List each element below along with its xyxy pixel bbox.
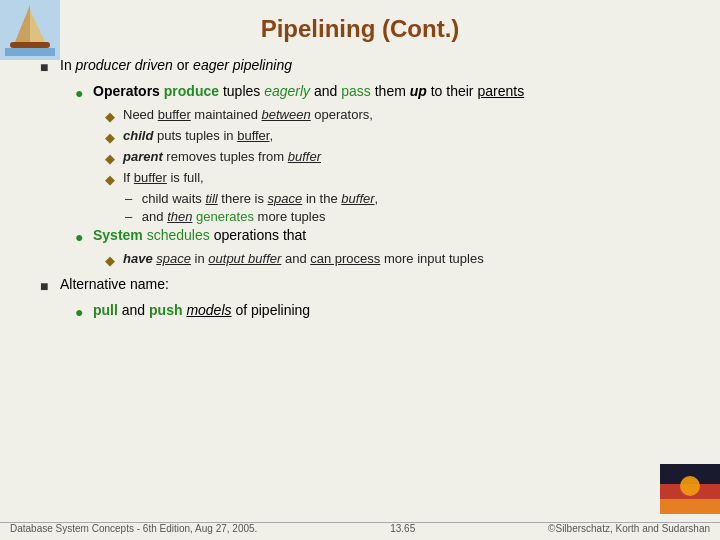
text-buffer-removes: buffer (288, 149, 321, 164)
text-up: up (410, 83, 427, 99)
footer-right: ©Silberschatz, Korth and Sudarshan (548, 523, 710, 534)
text-to-their: to their (431, 83, 478, 99)
text-operations: operations that (214, 227, 307, 243)
text-buffer-puts: buffer (237, 128, 269, 143)
slide-title: Pipelining (Cont.) (30, 15, 690, 43)
text-or: or (173, 57, 193, 73)
text-them-up: them (375, 83, 410, 99)
level2-bullet-operators: ● (75, 85, 85, 101)
footer-center: 13.65 (390, 523, 415, 534)
level3-text-child: child puts tuples in buffer, (123, 128, 273, 143)
text-system: System (93, 227, 143, 243)
level3-text-have: have space in output buffer and can proc… (123, 251, 484, 266)
text-buffer-if: buffer (134, 170, 167, 185)
text-and: and (314, 83, 341, 99)
text-have: have (123, 251, 153, 266)
text-push: push (149, 302, 182, 318)
text-removes: removes tuples from (163, 149, 288, 164)
level1-alternative: ■ Alternative name: (40, 276, 690, 294)
level3-need-buffer: ◆ Need buffer maintained between operato… (105, 107, 690, 124)
dash-1: – (125, 191, 132, 206)
text-models: models (186, 302, 231, 318)
text-there-is: there is (218, 191, 268, 206)
slide: Pipelining (Cont.) ■ In producer driven … (0, 0, 720, 540)
text-of-pipelining: of pipelining (235, 302, 310, 318)
text-and2: and (142, 209, 167, 224)
level2-text-system: System schedules operations that (93, 227, 306, 243)
level1-bullet-2: ■ (40, 278, 52, 294)
text-child: child (123, 128, 153, 143)
svg-rect-7 (660, 499, 720, 514)
text-more-tuples: more tuples (254, 209, 326, 224)
text-is-full: is full, (167, 170, 204, 185)
text-eagerly: eagerly (264, 83, 310, 99)
level3-bullet-if: ◆ (105, 172, 115, 187)
svg-point-8 (680, 476, 700, 496)
text-buffer-waits: buffer (341, 191, 374, 206)
text-parents: parents (477, 83, 524, 99)
level3-bullet-parent: ◆ (105, 151, 115, 166)
text-between: between (262, 107, 311, 122)
level3-bullet-have: ◆ (105, 253, 115, 268)
text-pull: pull (93, 302, 118, 318)
text-till: till (205, 191, 217, 206)
level2-bullet-system: ● (75, 229, 85, 245)
level3-text-parent: parent removes tuples from buffer (123, 149, 321, 164)
subline-and-then: – and then generates more tuples (125, 209, 690, 224)
text-if: If (123, 170, 134, 185)
text-space-word: space (156, 251, 191, 266)
text-produce: produce (164, 83, 219, 99)
text-space: space (268, 191, 303, 206)
level1-text-1: In producer driven or eager pipelining (60, 57, 292, 73)
text-child-waits: child waits (142, 191, 206, 206)
level2-bullet-pull: ● (75, 304, 85, 320)
text-generates: generates (196, 209, 254, 224)
level3-bullet-need: ◆ (105, 109, 115, 124)
svg-rect-3 (10, 42, 50, 48)
level2-system: ● System schedules operations that (75, 227, 690, 245)
text-operators-comma: operators, (311, 107, 373, 122)
level3-text-need: Need buffer maintained between operators… (123, 107, 373, 122)
level3-text-if: If buffer is full, (123, 170, 204, 185)
footer: Database System Concepts - 6th Edition, … (0, 522, 720, 534)
level2-text-pull: pull and push models of pipelining (93, 302, 310, 318)
text-output-buffer: output buffer (208, 251, 281, 266)
text-buffer-need: buffer (158, 107, 191, 122)
text-then: then (167, 209, 192, 224)
top-left-decoration (0, 0, 60, 60)
level1-bullet-1: ■ (40, 59, 52, 75)
text-comma2: , (375, 191, 379, 206)
text-schedules: schedules (147, 227, 210, 243)
level2-pull-push: ● pull and push models of pipelining (75, 302, 690, 320)
text-tuples: tuples (223, 83, 264, 99)
level3-have-space: ◆ have space in output buffer and can pr… (105, 251, 690, 268)
level2-operators: ● Operators produce tuples eagerly and p… (75, 83, 690, 101)
text-puts: puts tuples in (153, 128, 237, 143)
level3-parent-removes: ◆ parent removes tuples from buffer (105, 149, 690, 166)
dash-2: – (125, 209, 132, 224)
text-parent: parent (123, 149, 163, 164)
text-can-process: can process (310, 251, 380, 266)
bottom-right-decoration (660, 464, 720, 514)
level1-item-1: ■ In producer driven or eager pipelining (40, 57, 690, 75)
text-producer-driven: producer driven (76, 57, 173, 73)
level2-text-operators: Operators produce tuples eagerly and pas… (93, 83, 524, 99)
level1-text-alternative: Alternative name: (60, 276, 169, 292)
text-comma: , (269, 128, 273, 143)
text-operators: Operators (93, 83, 160, 99)
level3-if-buffer: ◆ If buffer is full, (105, 170, 690, 187)
svg-rect-4 (5, 48, 55, 56)
text-alternative: Alternative name: (60, 276, 169, 292)
text-and4: and (122, 302, 149, 318)
text-and3: and (281, 251, 310, 266)
level3-child-puts: ◆ child puts tuples in buffer, (105, 128, 690, 145)
text-pass: pass (341, 83, 371, 99)
slide-content: ■ In producer driven or eager pipelining… (30, 57, 690, 320)
footer-left: Database System Concepts - 6th Edition, … (10, 523, 257, 534)
text-more-input: more input tuples (380, 251, 483, 266)
text-in-the: in the (302, 191, 341, 206)
text-eager: eager pipelining (193, 57, 292, 73)
text-in-output: in (191, 251, 208, 266)
text-in: In (60, 57, 76, 73)
text-need: Need (123, 107, 158, 122)
